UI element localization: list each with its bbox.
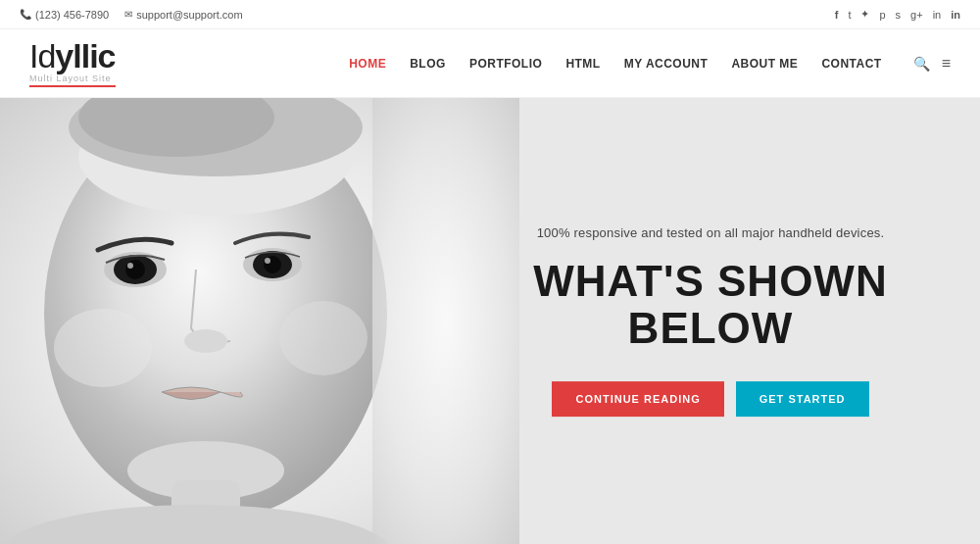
- get-started-button[interactable]: GET STARTED: [736, 381, 869, 417]
- phone-icon: 📞: [20, 9, 31, 20]
- menu-icon[interactable]: ≡: [942, 55, 951, 73]
- nav-about-me[interactable]: ABOUT ME: [731, 57, 798, 71]
- logo-part2: yllic: [55, 37, 115, 74]
- logo-text: Idyllic: [29, 39, 116, 73]
- nav-portfolio[interactable]: PORTFOLIO: [469, 57, 543, 71]
- logo-subtitle: Multi Layout Site: [29, 74, 112, 83]
- social-linkedin[interactable]: in: [951, 9, 960, 21]
- continue-reading-button[interactable]: CONTINUE READING: [552, 381, 723, 417]
- hero-image: [0, 98, 519, 544]
- nav-my-account[interactable]: MY ACCOUNT: [624, 57, 709, 71]
- nav-html[interactable]: HTML: [565, 57, 600, 71]
- social-linkedin-square[interactable]: in: [933, 9, 942, 21]
- svg-point-8: [127, 263, 133, 269]
- svg-point-12: [265, 258, 270, 264]
- top-bar: 📞 (123) 456-7890 ✉ support@support.com f…: [0, 0, 980, 29]
- hero-subtitle: 100% responsive and tested on all major …: [500, 225, 921, 240]
- svg-point-7: [125, 260, 145, 279]
- svg-point-13: [184, 329, 227, 353]
- email-info: ✉ support@support.com: [124, 9, 242, 21]
- hero-buttons: CONTINUE READING GET STARTED: [500, 381, 921, 417]
- hero-content: 100% responsive and tested on all major …: [500, 225, 921, 418]
- social-google[interactable]: g+: [910, 9, 923, 21]
- svg-rect-19: [372, 98, 519, 544]
- svg-point-18: [279, 301, 368, 375]
- header: Idyllic Multi Layout Site HOME BLOG PORT…: [0, 29, 980, 98]
- logo-part1: Id: [29, 37, 55, 74]
- top-bar-left: 📞 (123) 456-7890 ✉ support@support.com: [20, 9, 243, 21]
- email-icon: ✉: [124, 9, 132, 20]
- main-nav: HOME BLOG PORTFOLIO HTML MY ACCOUNT ABOU…: [349, 55, 951, 73]
- nav-blog[interactable]: BLOG: [410, 57, 446, 71]
- nav-home[interactable]: HOME: [349, 57, 386, 71]
- social-icons: f t ✦ p s g+ in in: [835, 8, 960, 21]
- social-facebook[interactable]: f: [835, 9, 839, 21]
- search-icon[interactable]: 🔍: [913, 56, 930, 72]
- nav-icons: 🔍 ≡: [913, 55, 951, 73]
- social-twitter[interactable]: t: [848, 9, 851, 21]
- logo-underline: [29, 85, 116, 87]
- phone-info: 📞 (123) 456-7890: [20, 9, 109, 21]
- social-stumble[interactable]: s: [896, 9, 902, 21]
- hero-section: 100% responsive and tested on all major …: [0, 98, 980, 544]
- phone-number: (123) 456-7890: [35, 9, 109, 21]
- social-blogger[interactable]: ✦: [860, 8, 869, 21]
- svg-point-17: [54, 309, 152, 387]
- logo[interactable]: Idyllic Multi Layout Site: [29, 39, 116, 87]
- hero-title: WHAT'S SHOWN BELOW: [500, 258, 921, 353]
- social-pinterest[interactable]: p: [879, 9, 885, 21]
- nav-contact[interactable]: CONTACT: [821, 57, 881, 71]
- email-address: support@support.com: [136, 9, 242, 21]
